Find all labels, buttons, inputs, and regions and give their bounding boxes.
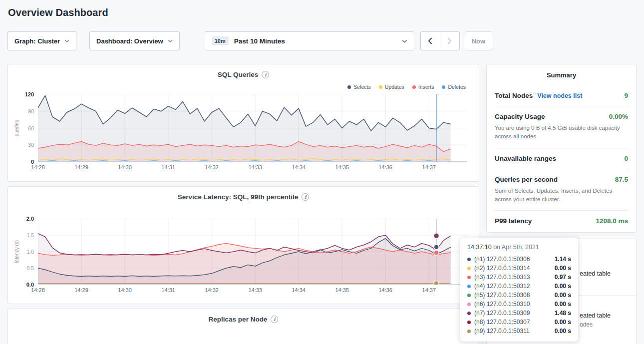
total-nodes-label: Total Nodes: [495, 92, 533, 99]
dashboard-dropdown[interactable]: Dashboard: Overview: [89, 31, 180, 50]
node-latency-value: 1.14 s: [555, 256, 571, 263]
legend-color-dot: [347, 85, 351, 89]
info-icon[interactable]: i: [262, 71, 269, 78]
x-tick-label: 14:29: [74, 164, 88, 170]
summary-title: Summary: [495, 71, 628, 85]
x-tick-label: 14:35: [335, 164, 349, 170]
x-tick-label: 14:34: [292, 287, 306, 293]
chart-hover-tooltip: 14:37:10 on Apr 5th, 2021 (n1) 127.0.0.1…: [460, 238, 578, 342]
page-header: Overview Dashboard: [0, 0, 644, 18]
node-address: (n3) 127.0.0.1:50313: [474, 274, 530, 281]
y-tick-label: 2.0: [26, 216, 34, 222]
y-tick-label: 30: [28, 142, 34, 148]
x-tick-label: 14:29: [74, 287, 88, 293]
chart-tooltip-rows: (n1) 127.0.0.1:503061.14 s(n2) 127.0.0.1…: [467, 255, 571, 336]
tooltip-node-row: (n1) 127.0.0.1:503061.14 s: [467, 255, 571, 264]
legend-item-inserts[interactable]: Inserts: [412, 83, 434, 90]
chevron-down-icon: [402, 39, 407, 43]
toolbar: Graph: Cluster Dashboard: Overview 10m P…: [0, 31, 644, 50]
legend-label: Selects: [353, 84, 370, 90]
node-color-dot: [467, 321, 471, 324]
legend-color-dot: [379, 85, 382, 89]
time-step-controls: [420, 31, 460, 50]
service-latency-chart-panel: Service Latency: SQL, 99th percentile i …: [7, 186, 479, 304]
legend-label: Updates: [385, 84, 404, 90]
event-item-text-partial: eated table: [580, 312, 611, 319]
x-tick-label: 14:30: [118, 287, 132, 293]
info-icon[interactable]: i: [302, 193, 309, 201]
plot-area[interactable]: 14:2814:2914:3014:3114:3214:3314:3414:35…: [38, 219, 467, 295]
legend-item-deletes[interactable]: Deletes: [442, 83, 466, 90]
info-icon[interactable]: i: [271, 316, 278, 323]
unavailable-ranges-label: Unavailable ranges: [495, 155, 556, 162]
time-range-label: Past 10 Minutes: [234, 37, 285, 45]
summary-panel: Summary Total Nodes View nodes list 9 Ca…: [486, 64, 637, 233]
x-tick-label: 14:32: [205, 164, 219, 170]
plot-area[interactable]: 14:2814:2914:3014:3114:3214:3314:3414:35…: [38, 94, 467, 172]
node-latency-value: 0.00 s: [555, 283, 571, 290]
x-tick-label: 14:34: [292, 164, 306, 170]
node-color-dot: [467, 258, 471, 261]
y-tick-label: 1.5: [26, 232, 34, 238]
sql-queries-chart-panel: SQL Queries i SelectsUpdatesInsertsDelet…: [7, 64, 479, 182]
node-color-dot: [467, 330, 471, 333]
view-nodes-list-link[interactable]: View nodes list: [537, 92, 582, 99]
x-tick-label: 14:31: [161, 287, 175, 293]
x-tick-label: 14:35: [335, 287, 349, 293]
page-title: Overview Dashboard: [8, 7, 636, 18]
tooltip-time: 14:37:10: [467, 244, 492, 251]
tooltip-timestamp: 14:37:10 on Apr 5th, 2021: [467, 244, 571, 251]
node-color-dot: [467, 276, 471, 279]
node-latency-value: 0.00 s: [555, 292, 571, 299]
summary-unavailable-ranges: Unavailable ranges 0: [495, 148, 628, 169]
chart-header: SQL Queries i: [8, 64, 479, 78]
node-color-dot: [467, 267, 471, 270]
time-range-dropdown[interactable]: 10m Past 10 Minutes: [205, 31, 414, 50]
x-tick-label: 14:36: [378, 287, 392, 293]
x-tick-label: 14:36: [378, 164, 392, 170]
x-tick-label: 14:33: [248, 164, 262, 170]
chart-title: Service Latency: SQL, 99th percentile: [178, 193, 299, 201]
legend-color-dot: [442, 85, 445, 89]
node-address: (n8) 127.0.0.1:50307: [474, 319, 530, 326]
graph-scope-label: Graph: Cluster: [14, 37, 60, 45]
tooltip-node-row: (n2) 127.0.0.1:503140.00 s: [467, 264, 571, 273]
summary-p99-latency: P99 latency 1208.0 ms: [495, 210, 628, 231]
node-address: (n7) 127.0.0.1:50309: [474, 310, 530, 317]
chart-header: Service Latency: SQL, 99th percentile i: [8, 187, 479, 201]
summary-capacity-usage: Capacity Usage 0.00% You are using 0 B o…: [495, 106, 628, 148]
overview-dashboard-page: { "page": { "title": "Overview Dashboard…: [0, 0, 644, 344]
previous-time-button[interactable]: [420, 31, 440, 50]
charts-column: SQL Queries i SelectsUpdatesInsertsDelet…: [7, 64, 479, 344]
x-tick-label: 14:37: [422, 287, 436, 293]
y-tick-label: 60: [28, 125, 34, 131]
y-axis-ticks: 0.00.51.01.52.0: [20, 219, 38, 285]
chart-body: queries 0306090120 14:2814:2914:3014:311…: [8, 90, 479, 172]
summary-queries-per-second: Queries per second 87.5 Sum of Selects, …: [495, 169, 628, 211]
legend-label: Inserts: [418, 84, 434, 90]
x-tick-label: 14:32: [205, 287, 219, 293]
node-address: (n1) 127.0.0.1:50306: [474, 256, 530, 263]
chart-body: latency (s) 0.00.51.01.52.0 14:2814:2914…: [8, 201, 479, 295]
node-latency-value: 0.00 s: [555, 319, 571, 326]
graph-scope-dropdown[interactable]: Graph: Cluster: [7, 31, 76, 50]
now-button[interactable]: Now: [465, 31, 492, 50]
summary-total-nodes: Total Nodes View nodes list 9: [495, 85, 628, 106]
node-address: (n9) 127.0.0.1:50311: [474, 328, 530, 335]
legend-item-selects[interactable]: Selects: [347, 83, 370, 90]
capacity-usage-label: Capacity Usage: [495, 113, 545, 120]
capacity-usage-value: 0.00%: [609, 113, 628, 120]
legend-item-updates[interactable]: Updates: [379, 83, 404, 90]
next-time-button-disabled[interactable]: [440, 31, 460, 50]
chevron-down-icon: [64, 39, 69, 42]
legend-label: Deletes: [448, 84, 466, 90]
node-latency-value: 0.97 s: [555, 274, 571, 281]
qps-value: 87.5: [615, 176, 628, 183]
tooltip-node-row: (n7) 127.0.0.1:503091.48 s: [467, 309, 571, 318]
tooltip-node-row: (n5) 127.0.0.1:503080.00 s: [467, 291, 571, 300]
x-tick-label: 14:28: [31, 164, 45, 170]
y-tick-label: 1.0: [26, 249, 34, 255]
node-address: (n6) 127.0.0.1:50310: [474, 301, 530, 308]
event-item-text-partial: eated table: [580, 270, 611, 277]
chart-title: SQL Queries: [218, 71, 259, 78]
